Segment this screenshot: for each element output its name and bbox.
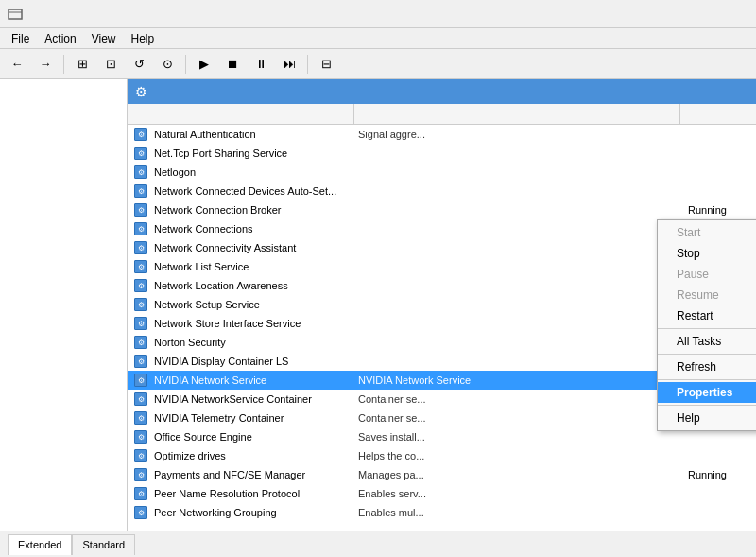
service-icon: ⚙ — [133, 392, 148, 407]
status-bar: Extended Standard — [0, 531, 756, 557]
context-menu-item[interactable]: Stop — [658, 243, 756, 264]
service-row[interactable]: ⚙Peer Networking GroupingEnables mul... — [128, 503, 756, 522]
context-menu-item[interactable]: Properties — [658, 382, 756, 403]
start-service-button[interactable]: ▶ — [191, 52, 217, 77]
panel-header: ⚙ — [128, 79, 756, 104]
properties-button[interactable]: ⊟ — [313, 52, 339, 77]
toolbar-sep-2 — [185, 55, 186, 74]
minimize-button[interactable] — [618, 0, 662, 28]
service-icon: ⚙ — [133, 429, 148, 444]
service-icon: ⚙ — [133, 221, 148, 236]
service-name: NVIDIA NetworkService Container — [154, 393, 351, 405]
service-icon: ⚙ — [133, 335, 148, 350]
context-menu-item[interactable]: Refresh — [658, 357, 756, 377]
service-status: Running — [680, 469, 756, 480]
col-header-status[interactable] — [680, 104, 756, 124]
service-name: Network Setup Service — [154, 299, 351, 310]
restart-service-button[interactable]: ⏭ — [276, 52, 302, 77]
service-icon: ⚙ — [133, 505, 148, 520]
context-menu-item[interactable]: All Tasks▶ — [658, 331, 756, 352]
context-menu-item: Pause — [658, 264, 756, 285]
service-name: Network Connected Devices Auto-Set... — [154, 185, 351, 197]
menu-bar: File Action View Help — [0, 28, 756, 49]
service-status: Running — [680, 204, 756, 216]
back-button[interactable]: ← — [4, 52, 30, 77]
service-description: Enables serv... — [351, 488, 680, 499]
service-name: NVIDIA Telemetry Container — [154, 412, 351, 424]
service-name: Net.Tcp Port Sharing Service — [154, 148, 351, 159]
menu-action[interactable]: Action — [37, 28, 83, 49]
tab-standard[interactable]: Standard — [72, 534, 135, 555]
service-row[interactable]: ⚙Peer Name Resolution ProtocolEnables se… — [128, 484, 756, 503]
service-description: Container se... — [351, 412, 680, 424]
service-description: Saves install... — [351, 431, 680, 443]
service-icon: ⚙ — [133, 448, 148, 463]
service-row[interactable]: ⚙Natural AuthenticationSignal aggre... — [128, 125, 756, 144]
show-hide-button[interactable]: ⊡ — [97, 52, 124, 77]
service-name: Network Location Awareness — [154, 280, 351, 291]
service-icon: ⚙ — [133, 354, 148, 369]
column-headers — [128, 104, 756, 125]
col-header-name[interactable] — [128, 104, 354, 124]
service-name: Peer Name Resolution Protocol — [154, 488, 351, 499]
services-icon: ⚙ — [135, 84, 147, 99]
service-icon: ⚙ — [133, 316, 148, 331]
forward-button[interactable]: → — [32, 52, 59, 77]
app-icon — [8, 7, 23, 22]
service-row[interactable]: ⚙Optimize drivesHelps the co... — [128, 446, 756, 465]
service-icon: ⚙ — [133, 259, 148, 274]
export-button[interactable]: ⊙ — [154, 52, 180, 77]
context-menu-item: Start — [658, 222, 756, 243]
service-name: Network Connection Broker — [154, 204, 351, 216]
refresh-button[interactable]: ↺ — [126, 52, 152, 77]
menu-help[interactable]: Help — [124, 28, 163, 49]
context-menu-separator — [658, 328, 756, 329]
menu-view[interactable]: View — [84, 28, 124, 49]
main-area: ⚙ ⚙Natural AuthenticationSignal aggre...… — [0, 79, 756, 531]
service-icon: ⚙ — [133, 183, 148, 199]
up-button[interactable]: ⊞ — [69, 52, 95, 77]
service-description: Helps the co... — [351, 450, 680, 461]
service-name: Peer Networking Grouping — [154, 507, 351, 518]
service-row[interactable]: ⚙Netlogon — [128, 163, 756, 182]
tab-extended[interactable]: Extended — [8, 534, 72, 555]
context-menu: StartStopPauseResumeRestartAll Tasks▶Ref… — [657, 219, 756, 431]
title-bar — [0, 0, 756, 28]
service-icon: ⚙ — [133, 373, 148, 388]
stop-service-button[interactable]: ⏹ — [219, 52, 246, 77]
close-button[interactable] — [705, 0, 748, 28]
service-row[interactable]: ⚙Network Connection BrokerRunning — [128, 200, 756, 219]
service-name: Network Connectivity Assistant — [154, 242, 351, 253]
left-panel — [0, 79, 128, 531]
maximize-button[interactable] — [662, 0, 705, 28]
service-name: Network Store Interface Service — [154, 318, 351, 329]
col-header-description[interactable] — [354, 104, 680, 124]
toolbar: ← → ⊞ ⊡ ↺ ⊙ ▶ ⏹ ⏸ ⏭ ⊟ — [0, 49, 756, 79]
service-icon: ⚙ — [133, 146, 148, 161]
context-menu-separator — [658, 354, 756, 355]
service-icon: ⚙ — [133, 467, 148, 482]
service-description: Enables mul... — [351, 507, 680, 518]
service-name: Office Source Engine — [154, 431, 351, 443]
service-description — [8, 104, 119, 117]
context-menu-separator — [658, 379, 756, 380]
menu-file[interactable]: File — [4, 28, 37, 49]
service-name: Norton Security — [154, 337, 351, 348]
service-name: Payments and NFC/SE Manager — [154, 469, 351, 480]
service-icon: ⚙ — [133, 165, 148, 180]
service-row[interactable]: ⚙Payments and NFC/SE ManagerManages pa..… — [128, 465, 756, 484]
service-row[interactable]: ⚙Net.Tcp Port Sharing Service — [128, 144, 756, 163]
service-description: Container se... — [351, 393, 680, 405]
context-menu-item[interactable]: Help — [658, 408, 756, 428]
service-icon: ⚙ — [133, 410, 148, 426]
service-icon: ⚙ — [133, 278, 148, 293]
service-icon: ⚙ — [133, 297, 148, 312]
context-menu-item[interactable]: Restart — [658, 305, 756, 326]
service-name: Network Connections — [154, 223, 351, 235]
service-description: NVIDIA Network Service — [351, 374, 680, 386]
service-icon: ⚙ — [133, 202, 148, 218]
toolbar-sep-1 — [63, 55, 64, 74]
pause-service-button[interactable]: ⏸ — [248, 52, 274, 77]
window-controls — [618, 0, 748, 28]
service-row[interactable]: ⚙Network Connected Devices Auto-Set... — [128, 182, 756, 200]
